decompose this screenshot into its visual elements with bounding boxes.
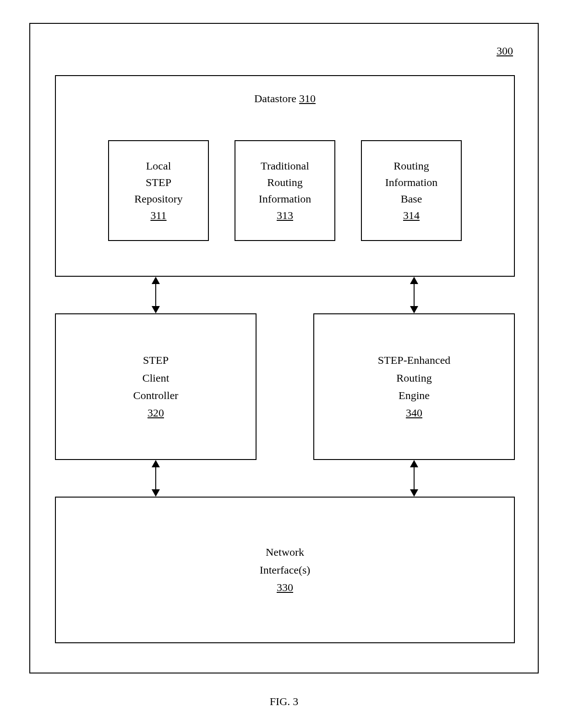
box-line: Routing [267, 174, 302, 191]
box-traditional-routing-info: Traditional Routing Information 313 [235, 140, 335, 241]
arrow-datastore-to-routing-engine [414, 278, 415, 312]
datastore-title-text: Datastore [254, 93, 299, 104]
box-line: Information [259, 191, 311, 207]
datastore-title: Datastore 310 [56, 93, 514, 105]
box-routing-information-base: Routing Information Base 314 [361, 140, 462, 241]
box-line: Client [142, 369, 169, 387]
arrow-routing-engine-to-network [414, 461, 415, 496]
arrow-datastore-to-client-controller [155, 278, 156, 312]
box-line: STEP-Enhanced [378, 351, 451, 369]
box-ref: 311 [150, 207, 166, 224]
box-line: Information [385, 174, 438, 191]
box-line: Routing [393, 158, 429, 174]
outer-ref-number: 300 [497, 45, 513, 57]
box-line: Repository [134, 191, 182, 207]
box-ref: 330 [277, 579, 293, 596]
box-line: Local [146, 158, 171, 174]
box-line: Engine [399, 387, 430, 404]
box-local-step-repository: Local STEP Repository 311 [108, 140, 209, 241]
box-ref: 313 [277, 207, 293, 224]
datastore-box: Datastore 310 Local STEP Repository 311 … [55, 75, 515, 277]
box-line: STEP [143, 351, 169, 369]
box-line: Routing [396, 369, 431, 387]
box-line: STEP [146, 174, 171, 191]
box-ref: 314 [403, 207, 420, 224]
diagram-outer-frame: 300 Datastore 310 Local STEP Repository … [29, 23, 539, 673]
datastore-inner-row: Local STEP Repository 311 Traditional Ro… [56, 140, 514, 241]
box-line: Interface(s) [260, 561, 311, 579]
box-step-enhanced-routing-engine: STEP-Enhanced Routing Engine 340 [313, 313, 515, 460]
box-line: Traditional [261, 158, 309, 174]
box-step-client-controller: STEP Client Controller 320 [55, 313, 257, 460]
middle-row: STEP Client Controller 320 STEP-Enhanced… [55, 313, 515, 460]
box-ref: 320 [147, 404, 164, 421]
figure-caption: FIG. 3 [0, 695, 568, 708]
box-line: Base [401, 191, 422, 207]
arrow-client-controller-to-network [155, 461, 156, 496]
box-ref: 340 [406, 404, 422, 421]
box-line: Controller [133, 387, 179, 404]
box-line: Network [266, 543, 304, 561]
box-network-interfaces: Network Interface(s) 330 [55, 497, 515, 643]
datastore-ref: 310 [299, 93, 316, 104]
